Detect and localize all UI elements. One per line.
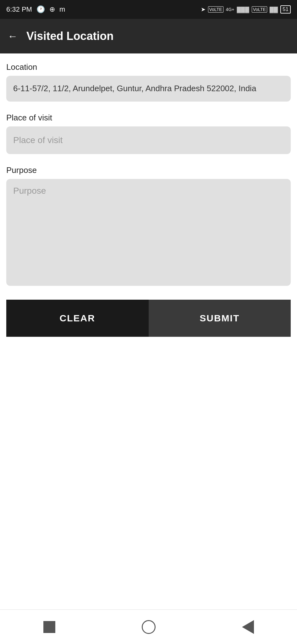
back-button[interactable]: ← (8, 31, 18, 41)
main-content: Location 6-11-57/2, 11/2, Arundelpet, Gu… (0, 53, 297, 473)
page-title: Visited Location (26, 30, 113, 43)
location-icon: ➤ (201, 6, 206, 13)
status-bar-right: ➤ VoLTE 4G+ ▓▓▓ VoLTE ▓▓ 51 (201, 5, 291, 14)
location-label: Location (6, 62, 291, 72)
purpose-label: Purpose (6, 165, 291, 175)
signal-icon-1: ▓▓▓ (237, 6, 249, 13)
recent-apps-button[interactable] (43, 621, 55, 633)
spacer (0, 473, 297, 609)
status-bar: 6:32 PM 🕐 ⊕ m ➤ VoLTE 4G+ ▓▓▓ VoLTE ▓▓ 5… (0, 0, 297, 19)
battery-indicator: 51 (280, 5, 291, 14)
volte-icon-2: VoLTE (252, 6, 267, 13)
status-time: 6:32 PM (6, 5, 32, 14)
alarm-icon: 🕐 (36, 5, 45, 14)
compass-icon: ⊕ (49, 5, 55, 14)
submit-button[interactable]: SUBMIT (149, 300, 291, 337)
clear-button[interactable]: CLEAR (6, 300, 149, 337)
message-icon: m (59, 5, 65, 14)
status-bar-left: 6:32 PM 🕐 ⊕ m (6, 5, 65, 14)
home-button[interactable] (142, 620, 156, 634)
button-row: CLEAR SUBMIT (6, 300, 291, 337)
app-bar: ← Visited Location (0, 19, 297, 53)
purpose-input[interactable] (6, 179, 291, 286)
nav-bar (0, 609, 297, 644)
back-nav-button[interactable] (242, 620, 254, 634)
volte-icon: VoLTE (208, 6, 223, 13)
recent-apps-icon (43, 621, 55, 633)
signal-icon-2: ▓▓ (270, 6, 278, 13)
place-of-visit-section: Place of visit (6, 113, 291, 154)
location-section: Location 6-11-57/2, 11/2, Arundelpet, Gu… (6, 62, 291, 102)
place-of-visit-input[interactable] (6, 126, 291, 154)
location-value: 6-11-57/2, 11/2, Arundelpet, Guntur, And… (6, 76, 291, 102)
back-nav-icon (242, 620, 254, 634)
home-icon (142, 620, 156, 634)
4g-icon: 4G+ (226, 7, 234, 12)
place-of-visit-label: Place of visit (6, 113, 291, 123)
purpose-section: Purpose (6, 165, 291, 287)
